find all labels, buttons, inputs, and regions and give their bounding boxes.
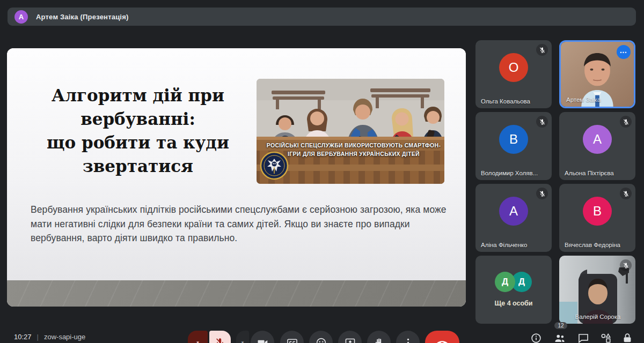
camera-toggle-button[interactable] [251, 331, 274, 343]
slide-title-line2: що робити та куди звертатися [22, 131, 254, 178]
more-vertical-icon [402, 337, 414, 343]
people-panel-button[interactable] [554, 332, 566, 343]
slide-title: Алгоритм дій при вербуванні: що робити т… [22, 84, 254, 178]
people-icon [554, 332, 566, 343]
participant-tile-artem[interactable]: ⋯ Артем Заіка [559, 40, 635, 108]
camera-icon [257, 337, 268, 343]
participants-grid: О Ольга Ковальова ⋯ Артем Заіка В Волод [475, 40, 635, 324]
presentation-slide: Алгоритм дій при вербуванні: що робити т… [7, 48, 466, 280]
raise-hand-button[interactable] [367, 331, 391, 343]
chat-panel-button[interactable] [577, 332, 589, 343]
more-options-button[interactable] [396, 331, 420, 343]
overflow-avatars: Д Д [495, 272, 532, 292]
mic-muted-icon [536, 116, 548, 128]
info-icon [530, 332, 542, 343]
participant-name: Вячеслав Федоріна [565, 242, 631, 248]
lock-icon [621, 332, 633, 343]
mic-off-icon [215, 337, 225, 343]
participant-name: Аліна Фільченко [481, 242, 547, 248]
participant-name: Артем Заіка [566, 96, 630, 103]
activities-shapes-icon [600, 332, 612, 343]
participant-name: Альона Піхтірєва [565, 170, 631, 176]
photo-caption: РОСІЙСЬКІ СПЕЦСЛУЖБИ ВИКОРИСТОВУЮТЬ СМАР… [266, 141, 441, 159]
smiley-icon [316, 337, 327, 343]
meeting-details-button[interactable] [530, 332, 542, 343]
slide-body-text: Вербування українських підлітків російсь… [31, 203, 457, 245]
participant-tile-olha[interactable]: О Ольга Ковальова [475, 40, 552, 108]
slide-photo: РОСІЙСЬКІ СПЕЦСЛУЖБИ ВИКОРИСТОВУЮТЬ СМАР… [257, 79, 444, 184]
avatar: В [499, 125, 528, 154]
avatar: О [499, 53, 528, 82]
end-call-icon [436, 336, 449, 343]
tile-more-options-button[interactable]: ⋯ [617, 45, 631, 59]
more-participants-label: Ще 4 особи [475, 300, 552, 307]
meeting-info: 10:27 | zow-sapi-uge [14, 333, 85, 341]
leave-call-button[interactable] [425, 331, 459, 343]
participant-tile-alona[interactable]: А Альона Піхтірєва [559, 112, 635, 180]
mic-options-button[interactable]: ▾ [188, 331, 208, 343]
reactions-button[interactable] [309, 331, 333, 343]
mic-muted-icon [536, 44, 548, 56]
participant-tile-volodymyr[interactable]: В Володимир Холяв... [475, 112, 552, 180]
present-screen-button[interactable] [338, 331, 362, 343]
host-controls-button[interactable] [621, 332, 633, 343]
raise-hand-icon [374, 337, 385, 343]
participant-name: Валерій Сорока [565, 314, 631, 320]
clock-time: 10:27 [14, 333, 32, 341]
avatar: Д [495, 272, 515, 292]
avatar: А [499, 197, 528, 226]
captions-button[interactable] [280, 331, 304, 343]
mic-mute-button[interactable] [209, 331, 231, 343]
avatar: В [583, 197, 612, 226]
caret-down-icon: ▾ [196, 340, 199, 343]
mic-muted-icon [620, 116, 632, 128]
presenter-name: Артем Заіка (Презентація) [36, 13, 128, 21]
mic-muted-icon [620, 188, 632, 199]
mic-muted-icon [620, 259, 632, 271]
participant-tile-valerii[interactable]: Валерій Сорока [559, 256, 635, 324]
slide-title-line1: Алгоритм дій при вербуванні: [22, 84, 254, 131]
participant-name: Ольга Ковальова [481, 98, 547, 105]
presenter-avatar: А [14, 10, 28, 24]
shared-desktop-background [7, 280, 466, 307]
intelligence-emblem-icon [260, 151, 289, 180]
participant-name: Володимир Холяв... [481, 170, 547, 176]
chat-icon [577, 332, 589, 343]
meeting-code: zow-sapi-uge [44, 333, 85, 341]
more-participants-tile[interactable]: Д Д Ще 4 особи [475, 256, 552, 324]
divider: | [37, 333, 39, 341]
participant-tile-alina[interactable]: А Аліна Фільченко [475, 184, 552, 252]
present-screen-icon [345, 337, 356, 343]
caret-down-icon: ▾ [241, 340, 244, 343]
shared-screen-tile[interactable]: Алгоритм дій при вербуванні: що робити т… [7, 48, 466, 307]
presenter-banner: А Артем Заіка (Презентація) [8, 8, 636, 26]
participant-count-badge: 12 [554, 322, 567, 329]
avatar: А [583, 125, 612, 154]
participant-tile-viacheslav[interactable]: В Вячеслав Федоріна [559, 184, 635, 252]
mic-muted-icon [536, 188, 548, 199]
camera-options-button[interactable]: ▾ [236, 331, 249, 343]
activities-button[interactable] [600, 332, 612, 343]
captions-icon [287, 337, 298, 343]
